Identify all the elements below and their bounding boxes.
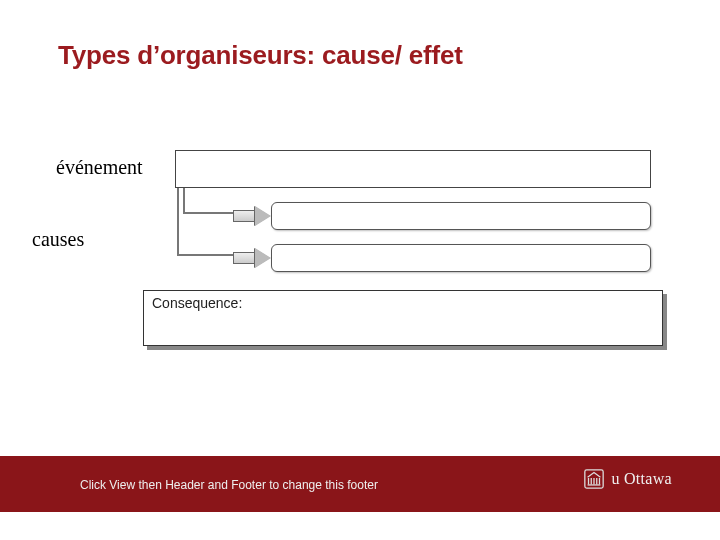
consequence-box: Consequence: — [143, 290, 663, 346]
logo-text: u Ottawa — [611, 470, 672, 488]
footer-bar: Click View then Header and Footer to cha… — [0, 456, 720, 512]
consequence-label: Consequence: — [152, 295, 242, 311]
building-icon — [583, 468, 605, 490]
label-event: événement — [56, 156, 143, 179]
cause-effect-diagram: Consequence: — [175, 150, 685, 410]
cause-box-2 — [271, 244, 651, 272]
connector-2 — [177, 188, 233, 256]
arrow-icon — [233, 206, 271, 226]
footer-hint: Click View then Header and Footer to cha… — [80, 478, 378, 492]
uottawa-logo: u Ottawa — [583, 468, 672, 490]
cause-box-1 — [271, 202, 651, 230]
label-causes: causes — [32, 228, 84, 251]
slide-title: Types d’organiseurs: cause/ effet — [58, 40, 463, 71]
event-box — [175, 150, 651, 188]
arrow-icon — [233, 248, 271, 268]
